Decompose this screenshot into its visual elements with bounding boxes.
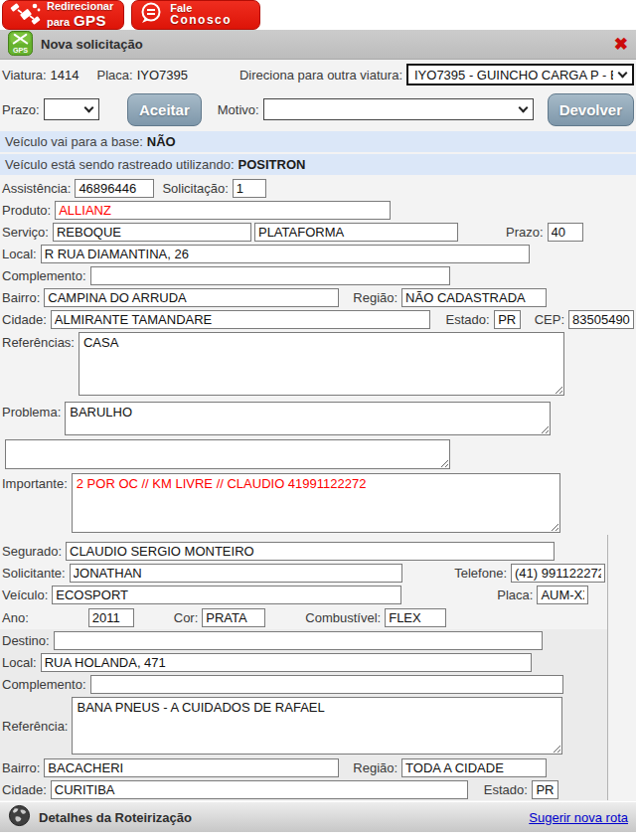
viatura-label: Viatura: [2,68,47,83]
destination-reference-row: Referência: BANA PNEUS - A CUIDADOS DE R… [0,695,607,756]
problem-row: Problema: BARULHO [0,400,636,437]
extra-note-row [0,437,636,471]
problema-label: Problema: [2,405,61,420]
destino-complemento-input[interactable] [90,675,563,694]
destino-label: Destino: [2,633,50,648]
chevron-down-icon [618,69,628,79]
local-label: Local: [2,247,37,261]
chevron-down-icon [83,103,93,113]
placa-ref-label: Placa: [97,68,133,83]
chevron-down-icon [518,103,528,113]
contact-us-line2: Conosco [170,14,232,27]
gps-app-icon: GPS [8,31,33,59]
action-row: Prazo: Aceitar Motivo: Devolver [0,89,636,129]
problema-textarea[interactable]: BARULHO [65,402,551,435]
viatura-value: 1414 [51,68,80,83]
accept-button[interactable]: Aceitar [127,93,202,126]
close-icon[interactable]: ✖ [614,36,628,53]
destino-cidade-input[interactable] [51,780,468,799]
contact-us-label: Fale Conosco [170,3,232,27]
regiao-input[interactable] [401,288,547,307]
destino-estado-input[interactable] [532,780,558,799]
combustivel-input[interactable] [385,608,446,627]
destino-referencia-textarea[interactable]: BANA PNEUS - A CUIDADOS DE RAFAEL [72,697,562,755]
ano-input[interactable] [88,608,134,627]
referencias-label: Referências: [2,335,75,350]
cidade-input[interactable] [51,310,430,329]
destino-bairro-label: Bairro: [2,760,40,775]
chat-bubble-icon [138,1,166,30]
destino-regiao-label: Região: [353,760,398,775]
telefone-label: Telefone: [454,566,507,581]
importante-textarea[interactable]: 2 POR OC // KM LIVRE // CLAUDIO 41991122… [72,473,560,533]
form-content: Viatura: 1414 Placa: IYO7395 Direciona p… [0,60,636,832]
prazo-select-label: Prazo: [2,102,40,117]
suggest-new-route-link[interactable]: Sugerir nova rota [529,810,628,825]
assistance-row: Assistência: Solicitação: [0,177,636,199]
complemento-input[interactable] [90,266,450,285]
destino-regiao-input[interactable] [401,758,547,777]
destination-section: Destino: Local: Complemento: Referência:… [0,629,608,800]
destination-city-row: Cidade: Estado: [0,778,607,800]
destino-complemento-label: Complemento: [2,677,86,692]
local-input[interactable] [41,245,530,263]
solicitacao-input[interactable] [233,179,266,198]
importante-label: Importante: [2,476,68,491]
base-status-bar: Veículo vai para a base: NÃO [0,131,636,152]
destino-local-input[interactable] [41,653,532,672]
satellite-icon [9,1,43,30]
referencias-textarea[interactable]: CASA [79,332,564,396]
cep-input[interactable] [568,310,634,329]
destino-input[interactable] [54,631,543,650]
segurado-input[interactable] [66,542,555,561]
produto-label: Produto: [2,203,51,218]
destino-bairro-input[interactable] [44,758,339,777]
placa-input[interactable] [537,586,588,604]
veiculo-input[interactable] [52,586,401,604]
vehicle-row: Veículo: Placa: [0,584,607,606]
assistencia-label: Assistência: [2,181,71,196]
destination-row: Destino: [0,629,607,651]
telefone-input[interactable] [511,564,605,583]
servico-tipo-input[interactable] [254,223,458,242]
motivo-select[interactable] [263,98,534,120]
destino-referencia-label: Referência: [2,719,68,734]
cidade-label: Cidade: [2,312,47,327]
redirect-gps-line2a: para [47,16,70,28]
cep-label: CEP: [535,312,564,327]
servico-input[interactable] [53,223,251,242]
year-color-fuel-row: Ano: Cor: Combustível: [0,606,607,629]
dialog-title: Nova solicitação [41,37,143,52]
origin-complement-row: Complemento: [0,264,636,286]
insured-row: Segurado: [0,540,607,562]
destination-complement-row: Complemento: [0,673,607,695]
destination-district-row: Bairro: Região: [0,756,607,778]
requester-row: Solicitante: Telefone: [0,562,607,584]
prazo-input[interactable] [548,223,583,242]
solicitante-input[interactable] [70,564,403,583]
regiao-label: Região: [353,290,398,305]
tracking-status-label: Veículo está sendo rastreado utilizando: [5,157,235,172]
globe-icon [8,804,31,830]
svg-text:GPS: GPS [13,46,28,55]
produto-input[interactable] [55,201,391,220]
prazo-select[interactable] [44,98,99,120]
contact-us-button[interactable]: Fale Conosco [131,0,260,30]
return-button[interactable]: Devolver [548,93,634,126]
estado-input[interactable] [494,310,521,329]
top-tab-strip: Redirecionar para GPS Fale Conosco [0,0,636,30]
cor-label: Cor: [174,610,199,625]
redirect-vehicle-select[interactable]: IYO7395 - GUINCHO CARGA P - BRANCO - 141… [406,64,634,85]
cor-input[interactable] [202,608,265,627]
extra-note-textarea[interactable] [5,439,450,469]
assistencia-input[interactable] [75,179,154,198]
placa-label: Placa: [497,588,533,602]
bairro-input[interactable] [44,288,339,307]
prazo-label: Prazo: [506,225,544,240]
redirect-gps-button[interactable]: Redirecionar para GPS [2,0,124,30]
complemento-label: Complemento: [2,268,86,283]
segurado-label: Segurado: [2,544,62,559]
veiculo-label: Veículo: [2,588,48,602]
servico-label: Serviço: [2,225,49,240]
origin-district-row: Bairro: Região: [0,286,636,308]
